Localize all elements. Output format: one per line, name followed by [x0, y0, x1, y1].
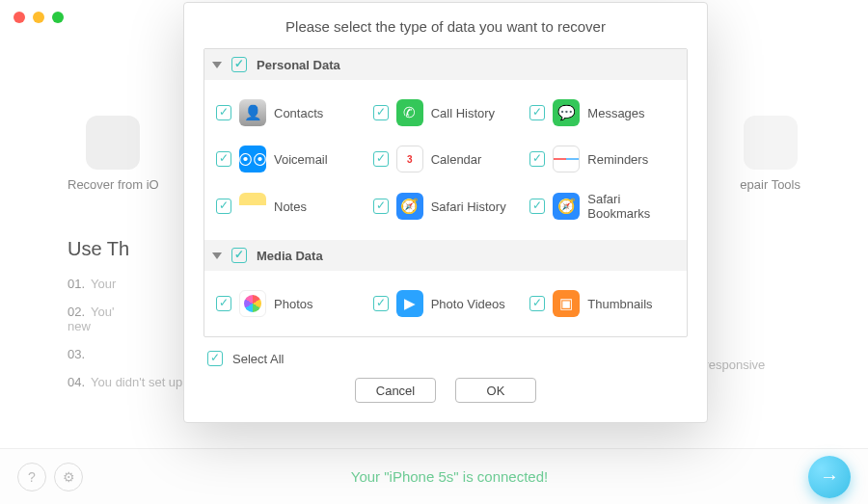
checkbox[interactable]: [529, 199, 545, 214]
checkbox[interactable]: [216, 199, 231, 214]
calendar-icon: 3: [396, 146, 423, 172]
photo-videos-icon: ▶: [396, 290, 423, 317]
media-grid: Photos ▶Photo Videos ▣Thumbnails: [204, 271, 687, 336]
select-data-modal: Please select the type of data you want …: [183, 2, 708, 423]
connection-status: Your "iPhone 5s" is connected!: [91, 468, 808, 485]
phone-icon: ✆: [396, 99, 423, 126]
footer-bar: ? ⚙ Your "iPhone 5s" is connected! →: [0, 448, 868, 504]
item-photos[interactable]: Photos: [210, 280, 367, 327]
item-call-history[interactable]: ✆Call History: [367, 90, 525, 136]
checkbox[interactable]: [373, 296, 389, 311]
group-label: Personal Data: [257, 58, 340, 72]
recover-card-label: Recover from iO: [68, 177, 159, 192]
checkbox[interactable]: [529, 296, 545, 311]
checkbox[interactable]: [216, 105, 231, 120]
item-thumbnails[interactable]: ▣Thumbnails: [524, 280, 681, 327]
checkbox-media[interactable]: [231, 248, 247, 263]
recover-card[interactable]: Recover from iO: [68, 116, 159, 192]
thumbnails-icon: ▣: [553, 290, 580, 317]
item-safari-bookmarks[interactable]: 🧭Safari Bookmarks: [524, 182, 681, 230]
settings-button[interactable]: ⚙: [54, 463, 83, 491]
item-safari-history[interactable]: 🧭Safari History: [367, 182, 525, 230]
item-contacts[interactable]: 👤Contacts: [210, 90, 367, 136]
messages-icon: 💬: [553, 99, 580, 126]
voicemail-icon: ⦿⦿: [239, 146, 266, 172]
checkbox[interactable]: [373, 105, 389, 120]
item-voicemail[interactable]: ⦿⦿Voicemail: [210, 136, 367, 182]
item-messages[interactable]: 💬Messages: [524, 90, 681, 136]
notes-icon: [239, 193, 266, 220]
safari-history-icon: 🧭: [396, 193, 423, 220]
ok-button[interactable]: OK: [455, 378, 536, 403]
checkbox[interactable]: [529, 151, 545, 167]
arrow-right-icon: →: [820, 465, 839, 488]
photos-icon: [239, 290, 266, 317]
safari-bookmarks-icon: 🧭: [553, 193, 580, 220]
select-all-row[interactable]: Select All: [207, 351, 688, 366]
item-photo-videos[interactable]: ▶Photo Videos: [367, 280, 525, 327]
group-header-personal[interactable]: Personal Data: [204, 49, 687, 80]
checkbox[interactable]: [216, 151, 231, 167]
contacts-icon: 👤: [239, 99, 266, 126]
proceed-button[interactable]: →: [808, 456, 851, 498]
cancel-button[interactable]: Cancel: [355, 378, 436, 403]
item-calendar[interactable]: 3Calendar: [367, 136, 525, 182]
item-reminders[interactable]: Reminders: [524, 136, 681, 182]
personal-grid: 👤Contacts ✆Call History 💬Messages ⦿⦿Voic…: [204, 80, 687, 240]
checkbox[interactable]: [216, 296, 231, 311]
reminders-icon: [553, 146, 580, 172]
gear-icon: ⚙: [63, 469, 75, 485]
checkbox[interactable]: [373, 199, 389, 214]
disclosure-icon: [212, 252, 222, 259]
select-all-label: Select All: [232, 352, 284, 366]
checkbox-select-all[interactable]: [207, 351, 223, 366]
group-header-media[interactable]: Media Data: [204, 240, 687, 271]
repair-card[interactable]: epair Tools: [740, 116, 800, 192]
disclosure-icon: [212, 62, 222, 68]
repair-card-label: epair Tools: [740, 177, 800, 192]
modal-buttons: Cancel OK: [203, 378, 688, 403]
checkbox[interactable]: [529, 105, 545, 120]
checkbox[interactable]: [373, 151, 389, 167]
item-notes[interactable]: Notes: [210, 182, 367, 230]
modal-title: Please select the type of data you want …: [203, 18, 688, 35]
help-button[interactable]: ?: [17, 463, 46, 491]
checkbox-personal[interactable]: [231, 57, 247, 72]
group-label: Media Data: [257, 249, 323, 263]
data-type-box: Personal Data 👤Contacts ✆Call History 💬M…: [203, 48, 688, 337]
